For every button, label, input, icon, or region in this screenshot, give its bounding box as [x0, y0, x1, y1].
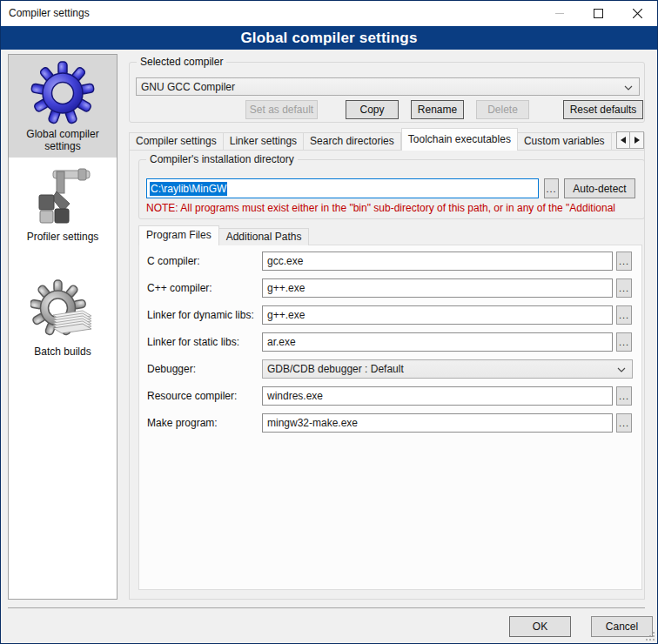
delete-button[interactable]: Delete [476, 100, 529, 119]
cpp-compiler-label: C++ compiler: [147, 278, 260, 298]
make-program-input[interactable]: mingw32-make.exe [262, 413, 613, 433]
resource-compiler-input[interactable]: windres.exe [262, 386, 613, 406]
chevron-down-icon [617, 367, 626, 372]
minimize-icon [555, 12, 564, 15]
gray-gear-stack-icon [30, 278, 95, 343]
tab-scroll-left-button[interactable] [616, 131, 630, 149]
c-compiler-input[interactable]: gcc.exe [262, 252, 613, 271]
maximize-button[interactable] [579, 1, 618, 26]
sidebar-item-profiler-settings[interactable]: Profiler settings [9, 158, 117, 248]
debugger-select[interactable]: GDB/CDB debugger : Default [262, 359, 633, 379]
linker-dynamic-label: Linker for dynamic libs: [147, 305, 260, 325]
set-as-default-button[interactable]: Set as default [245, 100, 318, 119]
field-row-c-compiler: C compiler: gcc.exe ... [139, 252, 641, 271]
installation-directory-value: C:\raylib\MinGW [150, 182, 227, 196]
caliper-blocks-icon [30, 164, 95, 228]
subtab-additional-paths[interactable]: Additional Paths [219, 228, 310, 245]
compiler-select-value: GNU GCC Compiler [141, 81, 235, 93]
title-bar[interactable]: Compiler settings [1, 1, 657, 26]
toolchain-executables-page: Compiler's installation directory C:\ray… [129, 150, 645, 600]
cpp-compiler-browse-button[interactable]: ... [616, 278, 632, 298]
program-files-page: C compiler: gcc.exe ... C++ compiler: g+… [138, 245, 642, 590]
field-row-make-program: Make program: mingw32-make.exe ... [139, 413, 641, 433]
debugger-select-value: GDB/CDB debugger : Default [267, 363, 404, 375]
selected-compiler-group-label: Selected compiler [137, 56, 226, 68]
footer-separator [8, 607, 645, 608]
resource-compiler-label: Resource compiler: [147, 386, 260, 406]
sidebar-item-label: Global compiler settings [9, 128, 117, 152]
auto-detect-button[interactable]: Auto-detect [564, 178, 635, 198]
chevron-down-icon [624, 85, 633, 91]
page-title: Global compiler settings [240, 30, 417, 47]
linker-dynamic-input[interactable]: g++.exe [262, 305, 613, 325]
linker-static-input[interactable]: ar.exe [262, 332, 613, 352]
dialog-header-banner: Global compiler settings [1, 26, 657, 50]
linker-static-label: Linker for static libs: [147, 332, 260, 352]
debugger-label: Debugger: [147, 359, 260, 379]
field-row-cpp-compiler: C++ compiler: g++.exe ... [139, 278, 641, 298]
field-row-linker-static: Linker for static libs: ar.exe ... [139, 332, 641, 352]
installation-directory-note: NOTE: All programs must exist either in … [146, 202, 641, 214]
arrow-left-icon [621, 137, 627, 144]
window-title: Compiler settings [9, 1, 90, 26]
tab-compiler-settings[interactable]: Compiler settings [129, 132, 224, 151]
tab-linker-settings[interactable]: Linker settings [224, 132, 304, 151]
field-row-resource-compiler: Resource compiler: windres.exe ... [139, 386, 641, 406]
settings-tab-strip: Compiler settings Linker settings Search… [129, 128, 645, 151]
copy-button[interactable]: Copy [346, 100, 399, 119]
sidebar-item-label: Profiler settings [9, 231, 117, 243]
linker-dynamic-browse-button[interactable]: ... [616, 305, 632, 325]
tab-scroll-buttons [616, 131, 644, 149]
resource-compiler-browse-button[interactable]: ... [616, 386, 632, 406]
resize-grip[interactable] [644, 630, 655, 641]
rename-button[interactable]: Rename [411, 100, 464, 119]
sidebar-item-label: Batch builds [9, 345, 117, 358]
tab-search-directories[interactable]: Search directories [304, 132, 401, 151]
selected-compiler-group: Selected compiler GNU GCC Compiler Set a… [129, 62, 645, 123]
reset-defaults-button[interactable]: Reset defaults [563, 100, 643, 119]
settings-sidebar: Global compiler settings Profiler settin… [8, 54, 118, 600]
tab-scroll-right-button[interactable] [630, 131, 644, 149]
linker-static-browse-button[interactable]: ... [616, 332, 632, 352]
field-row-linker-dynamic: Linker for dynamic libs: g++.exe ... [139, 305, 641, 325]
c-compiler-browse-button[interactable]: ... [616, 252, 632, 271]
installation-directory-browse-button[interactable]: ... [544, 178, 559, 198]
close-icon [633, 9, 642, 18]
ok-button[interactable]: OK [509, 616, 571, 637]
close-button[interactable] [618, 1, 657, 26]
program-files-tab-strip: Program Files Additional Paths [138, 225, 309, 245]
caption-buttons [540, 1, 657, 26]
c-compiler-label: C compiler: [147, 252, 260, 271]
field-row-debugger: Debugger: GDB/CDB debugger : Default [139, 359, 641, 379]
arrow-right-icon [634, 137, 640, 144]
installation-directory-group-label: Compiler's installation directory [146, 153, 298, 165]
make-program-label: Make program: [147, 413, 260, 433]
subtab-program-files[interactable]: Program Files [138, 225, 219, 245]
compiler-settings-dialog: Compiler settings Global compiler settin… [0, 0, 658, 644]
minimize-button[interactable] [540, 1, 579, 26]
installation-directory-group: Compiler's installation directory C:\ray… [138, 159, 645, 219]
tab-toolchain-executables[interactable]: Toolchain executables [401, 128, 518, 151]
installation-directory-input[interactable]: C:\raylib\MinGW [146, 178, 539, 198]
blue-gear-icon [30, 61, 95, 125]
compiler-select[interactable]: GNU GCC Compiler [136, 77, 640, 96]
cpp-compiler-input[interactable]: g++.exe [262, 278, 613, 298]
sidebar-item-global-compiler-settings[interactable]: Global compiler settings [9, 55, 117, 158]
sidebar-item-batch-builds[interactable]: Batch builds [9, 272, 117, 363]
maximize-icon [594, 9, 603, 18]
make-program-browse-button[interactable]: ... [616, 413, 632, 433]
tab-custom-variables[interactable]: Custom variables [518, 132, 612, 151]
